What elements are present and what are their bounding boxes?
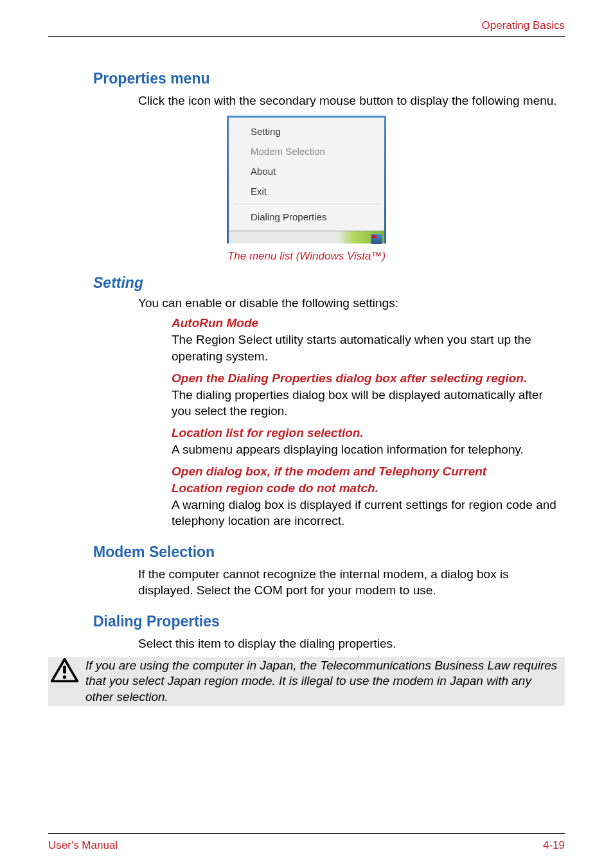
svg-point-1 bbox=[63, 675, 66, 678]
taskbar-strip bbox=[229, 231, 384, 244]
autorun-mode-body: The Region Select utility starts automat… bbox=[48, 332, 565, 364]
page-footer: User's Manual 4-19 bbox=[48, 833, 565, 852]
footer-left: User's Manual bbox=[48, 839, 118, 852]
menu-item-about: About bbox=[229, 161, 384, 181]
open-dialing-heading: Open the Dialing Properties dialog box a… bbox=[48, 371, 565, 385]
menu-item-exit: Exit bbox=[229, 181, 384, 201]
open-dialing-body: The dialing properties dialog box will b… bbox=[48, 387, 565, 420]
menu-divider bbox=[233, 204, 380, 204]
figure-caption: The menu list (Windows Vista™) bbox=[48, 250, 565, 263]
context-menu-screenshot: Setting Modem Selection About Exit Diali… bbox=[227, 116, 386, 244]
dialing-properties-heading: Dialing Properties bbox=[48, 613, 565, 630]
setting-intro: You can enable or disable the following … bbox=[48, 296, 565, 312]
open-dialog-box-heading: Open dialog box, if the modem and Teleph… bbox=[48, 465, 565, 479]
setting-heading: Setting bbox=[48, 274, 565, 292]
menu-item-dialing-properties: Dialing Properties bbox=[229, 207, 384, 227]
page-header: Operating Basics bbox=[48, 19, 565, 37]
warning-text: If you are using the computer in Japan, … bbox=[85, 658, 560, 705]
location-list-body: A submenu appears displaying location in… bbox=[48, 441, 565, 458]
autorun-mode-heading: AutoRun Mode bbox=[48, 316, 565, 330]
page-content: Properties menu Click the icon with the … bbox=[48, 37, 565, 706]
menu-item-setting: Setting bbox=[229, 121, 384, 141]
dialing-properties-body: Select this item to display the dialing … bbox=[48, 635, 565, 652]
footer-right: 4-19 bbox=[543, 839, 565, 852]
tray-modem-icon bbox=[371, 234, 382, 244]
menu-item-modem-selection: Modem Selection bbox=[229, 141, 384, 161]
modem-selection-body: If the computer cannot recognize the int… bbox=[48, 566, 565, 599]
location-region-heading: Location region code do not match. bbox=[48, 481, 565, 495]
header-title: Operating Basics bbox=[482, 19, 565, 31]
warning-icon bbox=[50, 658, 79, 684]
modem-selection-heading: Modem Selection bbox=[48, 544, 565, 561]
location-list-heading: Location list for region selection. bbox=[48, 426, 565, 440]
properties-menu-heading: Properties menu bbox=[48, 70, 565, 87]
properties-menu-body: Click the icon with the secondary mouse … bbox=[48, 93, 565, 109]
svg-rect-0 bbox=[63, 666, 66, 674]
warning-callout: If you are using the computer in Japan, … bbox=[48, 657, 565, 706]
location-region-body: A warning dialog box is displayed if cur… bbox=[48, 497, 565, 529]
